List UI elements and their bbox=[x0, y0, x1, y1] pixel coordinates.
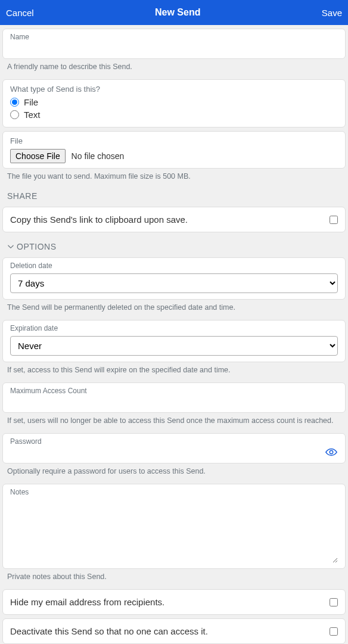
notes-label: Notes bbox=[10, 488, 338, 496]
header-bar: Cancel New Send Save bbox=[0, 0, 348, 25]
password-input[interactable] bbox=[10, 447, 320, 457]
max-access-help: If set, users will no longer be able to … bbox=[0, 414, 348, 430]
password-help: Optionally require a password for users … bbox=[0, 465, 348, 480]
radio-file[interactable]: File bbox=[10, 97, 338, 107]
name-label: Name bbox=[10, 33, 338, 41]
name-input[interactable] bbox=[10, 42, 338, 52]
eye-icon[interactable] bbox=[325, 447, 338, 457]
radio-text-label: Text bbox=[24, 110, 41, 120]
copy-link-checkbox[interactable] bbox=[330, 216, 338, 224]
radio-text-input[interactable] bbox=[10, 110, 19, 119]
deactivate-checkbox[interactable] bbox=[330, 627, 338, 636]
deactivate-row[interactable]: Deactivate this Send so that no one can … bbox=[3, 619, 345, 643]
choose-file-button[interactable]: Choose File bbox=[10, 149, 66, 163]
radio-file-label: File bbox=[24, 97, 38, 107]
file-label: File bbox=[10, 136, 338, 145]
deletion-date-help: The Send will be permanently deleted on … bbox=[0, 301, 348, 316]
share-section-header: SHARE bbox=[0, 185, 348, 203]
hide-email-checkbox[interactable] bbox=[330, 598, 338, 606]
radio-file-input[interactable] bbox=[10, 98, 19, 107]
hide-email-label: Hide my email address from recipients. bbox=[10, 597, 164, 607]
expiration-date-select[interactable]: Never bbox=[10, 336, 338, 356]
expiration-date-help: If set, access to this Send will expire … bbox=[0, 363, 348, 379]
save-button[interactable]: Save bbox=[322, 8, 342, 18]
password-label: Password bbox=[10, 437, 338, 446]
chevron-down-icon bbox=[7, 243, 14, 250]
file-status: No file chosen bbox=[72, 151, 125, 161]
file-help: The file you want to send. Maximum file … bbox=[0, 170, 348, 185]
notes-textarea[interactable] bbox=[10, 497, 338, 563]
options-section-header[interactable]: OPTIONS bbox=[0, 236, 348, 254]
copy-link-row[interactable]: Copy this Send's link to clipboard upon … bbox=[3, 207, 345, 232]
type-question: What type of Send is this? bbox=[10, 85, 338, 94]
notes-help: Private notes about this Send. bbox=[0, 570, 348, 586]
svg-point-0 bbox=[330, 450, 333, 454]
max-access-label: Maximum Access Count bbox=[10, 387, 338, 395]
deletion-date-label: Deletion date bbox=[10, 262, 338, 270]
deletion-date-select[interactable]: 7 days bbox=[10, 273, 338, 293]
hide-email-row[interactable]: Hide my email address from recipients. bbox=[3, 590, 345, 614]
copy-link-label: Copy this Send's link to clipboard upon … bbox=[10, 214, 188, 225]
radio-text[interactable]: Text bbox=[10, 110, 338, 120]
cancel-button[interactable]: Cancel bbox=[6, 8, 34, 18]
expiration-date-label: Expiration date bbox=[10, 324, 338, 332]
max-access-input[interactable] bbox=[10, 396, 338, 406]
page-title: New Send bbox=[155, 7, 200, 18]
deactivate-label: Deactivate this Send so that no one can … bbox=[10, 626, 208, 636]
name-help: A friendly name to describe this Send. bbox=[0, 60, 348, 76]
